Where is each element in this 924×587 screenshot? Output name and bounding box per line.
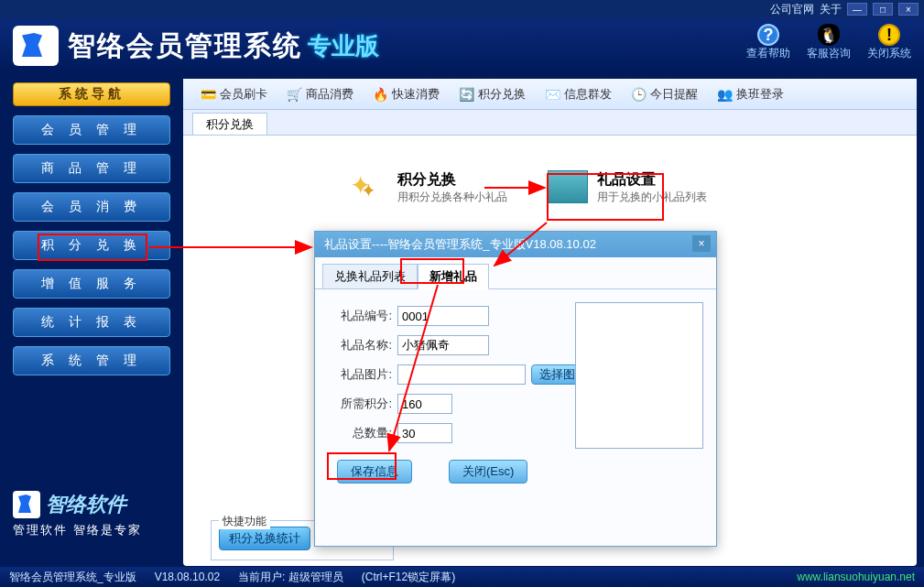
tb-member-swipe[interactable]: 💳会员刷卡 [192,82,275,106]
label-gift-code: 礼品编号: [328,308,392,324]
feature-gift-desc: 用于兑换的小礼品列表 [597,190,707,205]
status-app: 智络会员管理系统_专业版 [9,570,136,585]
sub-tab-points-exchange[interactable]: 积分兑换 [192,113,267,135]
feature-gift-title: 礼品设置 [597,170,707,190]
nav-member-consume[interactable]: 会 员 消 费 [13,192,170,222]
feature-exchange-title: 积分兑换 [397,170,507,190]
brand-slogan: 管理软件 智络是专家 [13,522,170,538]
brand-block: 智络软件 管理软件 智络是专家 [13,482,170,557]
nav-system-mgmt[interactable]: 系 统 管 理 [13,346,170,375]
feature-gift-settings[interactable]: 礼品设置 用于兑换的小礼品列表 [548,170,707,205]
tb-shift-login[interactable]: 👥换班登录 [709,82,791,106]
status-bar: 智络会员管理系统_专业版 V18.08.10.02 当前用户: 超级管理员 (C… [0,567,924,587]
label-total-qty: 总数量: [328,425,392,441]
help-label: 查看帮助 [746,46,790,61]
mail-icon: ✉️ [544,86,560,103]
brand-logo-icon [13,491,40,518]
status-url: www.liansuohuiyuan.net [797,571,915,583]
about-link[interactable]: 关于 [820,2,842,17]
dialog-tab-add-gift[interactable]: 新增礼品 [418,264,489,289]
status-user: 当前用户: 超级管理员 [238,570,343,585]
app-logo [13,26,59,66]
app-header: 智络会员管理系统 专业版 ? 查看帮助 🐧 客服咨询 ! 关闭系统 [0,18,924,73]
help-button[interactable]: ? 查看帮助 [746,24,790,61]
help-icon: ? [757,24,779,46]
tb-product-consume[interactable]: 🛒商品消费 [278,82,361,106]
app-edition: 专业版 [308,30,379,62]
minimize-button[interactable]: — [847,3,867,16]
tb-quick-consume[interactable]: 🔥快速消费 [364,82,447,106]
dialog-tabs: 兑换礼品列表 新增礼品 [315,257,716,289]
dialog-tab-gift-list[interactable]: 兑换礼品列表 [322,264,418,289]
nav-header: 系统导航 [13,82,170,106]
dialog-body: 礼品编号: 礼品名称: 礼品图片: 选择图片 所需积分: 总数量: 保存信息 关… [315,289,716,546]
tb-mass-message[interactable]: ✉️信息群发 [537,82,619,106]
image-preview-box [575,302,703,449]
refresh-icon: 🔄 [458,86,474,103]
input-gift-name[interactable] [397,335,489,355]
qq-icon: 🐧 [818,24,840,46]
tb-points-exchange[interactable]: 🔄积分兑换 [451,82,533,106]
input-total-qty[interactable] [397,423,452,443]
status-version: V18.08.10.02 [155,571,220,583]
gift-box-icon [548,170,588,203]
dialog-close-esc-button[interactable]: 关闭(Esc) [449,460,527,484]
nav-value-added[interactable]: 增 值 服 务 [13,269,170,299]
close-system-button[interactable]: ! 关闭系统 [867,24,911,61]
consult-button[interactable]: 🐧 客服咨询 [807,24,851,61]
nav-reports[interactable]: 统 计 报 表 [13,308,170,337]
nav-product-mgmt[interactable]: 商 品 管 理 [13,154,170,183]
app-title: 智络会员管理系统 [68,27,302,65]
dialog-title: 礼品设置----智络会员管理系统_专业版V18.08.10.02 × [315,232,716,257]
window-close-button[interactable]: × [898,3,919,16]
consult-label: 客服咨询 [807,46,851,61]
label-gift-image: 礼品图片: [328,366,392,383]
gear-icon [348,170,388,203]
save-info-button[interactable]: 保存信息 [337,460,412,484]
brand-name: 智络软件 [46,491,126,518]
user-switch-icon: 👥 [716,86,733,103]
flame-icon: 🔥 [372,86,388,103]
sub-tabbar: 积分兑换 [183,110,917,136]
status-hint: (Ctrl+F12锁定屏幕) [362,570,455,585]
nav-points-exchange[interactable]: 积 分 兑 换 [13,231,170,260]
tb-today-remind[interactable]: 🕒今日提醒 [623,82,705,106]
window-titlebar: 公司官网 关于 — □ × [0,0,924,18]
label-points-required: 所需积分: [328,396,392,412]
quick-functions-title: 快捷功能 [219,514,270,529]
company-site-link[interactable]: 公司官网 [770,2,814,17]
input-points-required[interactable] [397,394,452,414]
label-gift-name: 礼品名称: [328,337,392,353]
feature-exchange-desc: 用积分兑换各种小礼品 [397,190,507,205]
quick-points-stats-button[interactable]: 积分兑换统计 [219,527,310,550]
dialog-close-button[interactable]: × [692,235,711,252]
maximize-button[interactable]: □ [873,3,893,16]
nav-member-mgmt[interactable]: 会 员 管 理 [13,115,170,145]
input-gift-code[interactable] [397,306,489,326]
clock-icon: 🕒 [630,86,647,103]
input-gift-image[interactable] [397,364,526,385]
cart-icon: 🛒 [286,86,302,103]
card-icon: 💳 [200,86,216,103]
feature-points-exchange[interactable]: 积分兑换 用积分兑换各种小礼品 [348,170,507,205]
warning-icon: ! [878,24,900,46]
sidebar: 系统导航 会 员 管 理 商 品 管 理 会 员 消 费 积 分 兑 换 增 值… [0,73,183,566]
close-system-label: 关闭系统 [867,46,911,61]
toolbar: 💳会员刷卡 🛒商品消费 🔥快速消费 🔄积分兑换 ✉️信息群发 🕒今日提醒 👥换班… [183,79,917,110]
gift-settings-dialog: 礼品设置----智络会员管理系统_专业版V18.08.10.02 × 兑换礼品列… [314,231,717,547]
